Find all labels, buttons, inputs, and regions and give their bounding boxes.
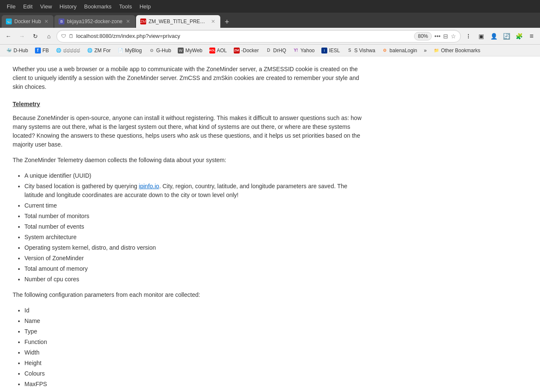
tab-docker-hub[interactable]: 🐳 Docker Hub ✕ xyxy=(2,15,53,28)
menu-view[interactable]: View xyxy=(37,2,55,11)
sidebar-button[interactable]: ▣ xyxy=(475,30,487,42)
tab-bkjaya[interactable]: B bkjaya1952-docker-zone ✕ xyxy=(54,15,135,28)
tab-title-zm: ZM_WEB_TITLE_PREFIX xyxy=(149,19,208,24)
bookmark-favicon-zmfor: 🌐 xyxy=(87,48,93,53)
bookmark-label-fb: FB xyxy=(43,48,49,53)
address-bar-container: 🛡 🗒 80% ••• ⊟ ☆ xyxy=(56,30,461,43)
ipinfo-link[interactable]: ipinfo.io xyxy=(139,183,159,189)
bookmark-favicon-balena: ⚙ xyxy=(382,48,388,53)
page-icon: 🗒 xyxy=(69,33,74,39)
bookmark-label-yahoo: Yahoo xyxy=(300,48,315,53)
new-tab-button[interactable]: + xyxy=(221,16,233,28)
config-list: Id Name Type Function Width Height Colou… xyxy=(24,306,366,392)
bookmark-favicon-myweb: W xyxy=(178,48,184,53)
bookmark-iesl[interactable]: I IESL xyxy=(319,47,342,54)
more-actions-icon[interactable]: ••• xyxy=(434,33,441,40)
bookmark-svishwa[interactable]: S S Vishwa xyxy=(344,47,378,54)
bookmark-favicon-ghub: ⊙ xyxy=(149,48,155,53)
bookmark-ghub[interactable]: ⊙ G-Hub xyxy=(146,47,174,54)
home-button[interactable]: ⌂ xyxy=(43,30,55,42)
bookmark-myweb[interactable]: W MyWeb xyxy=(175,47,205,54)
back-button[interactable]: ← xyxy=(3,30,14,42)
telemetry-paragraph: Because ZoneMinder is open-source, anyon… xyxy=(13,114,366,149)
list-item-uuid: A unique identifier (UUID) xyxy=(24,171,366,180)
reader-mode-icon[interactable]: ⊟ xyxy=(443,33,448,40)
list-item-events: Total number of events xyxy=(24,222,366,231)
bookmark-d-hub[interactable]: 🐳 D-Hub xyxy=(3,47,31,54)
menu-file[interactable]: File xyxy=(3,2,19,11)
bookmark-fb[interactable]: f FB xyxy=(32,47,51,54)
tab-close-docker[interactable]: ✕ xyxy=(43,19,49,24)
list-item-height: Height xyxy=(24,359,366,368)
list-item-function: Function xyxy=(24,338,366,347)
bookmark-label-zmfor: ZM For xyxy=(94,48,111,53)
navigation-bar: ← → ↻ ⌂ 🛡 🗒 80% ••• ⊟ ☆ ⫶ ▣ 👤 🔄 🧩 ≡ xyxy=(0,28,540,45)
bookmark-sinhala[interactable]: 🌐 ජජජජජ xyxy=(53,47,83,54)
list-item-cpu: Number of cpu cores xyxy=(24,275,366,284)
menu-bar: File Edit View History Bookmarks Tools H… xyxy=(0,0,540,13)
zoom-badge[interactable]: 80% xyxy=(414,32,432,40)
tab-favicon-docker: 🐳 xyxy=(6,19,12,24)
menu-bookmarks[interactable]: Bookmarks xyxy=(81,2,115,11)
extensions-button[interactable]: 🧩 xyxy=(513,30,525,42)
list-item-arch: System architecture xyxy=(24,233,366,242)
bookmark-yahoo[interactable]: Y! Yahoo xyxy=(290,47,317,54)
menu-help[interactable]: Help xyxy=(136,2,154,11)
address-input[interactable] xyxy=(76,33,412,39)
list-item-maxfps: MaxFPS xyxy=(24,380,366,389)
tab-zm[interactable]: ZM ZM_WEB_TITLE_PREFIX ✕ xyxy=(136,15,220,28)
bookmark-star-icon[interactable]: ☆ xyxy=(451,33,456,40)
library-button[interactable]: ⫶ xyxy=(462,30,474,42)
bookmark-aol[interactable]: AOL AOL xyxy=(207,47,230,54)
bookmark-drhq[interactable]: D DrHQ xyxy=(263,47,289,54)
bookmark-myblog[interactable]: 📄 MyBlog xyxy=(115,47,144,54)
bookmark-label-sinhala: ජජජජජ xyxy=(63,48,80,53)
reload-button[interactable]: ↻ xyxy=(29,30,41,42)
daemon-list: A unique identifier (UUID) City based lo… xyxy=(24,171,366,284)
daemon-intro: The ZoneMinder Telemetry daemon collects… xyxy=(13,156,366,165)
bookmark-favicon-svishwa: S xyxy=(347,48,353,53)
tab-bar: 🐳 Docker Hub ✕ B bkjaya1952-docker-zone … xyxy=(0,13,540,28)
tab-close-zm[interactable]: ✕ xyxy=(210,19,216,24)
bookmark-label-aol: AOL xyxy=(217,48,227,53)
bookmark-label-iesl: IESL xyxy=(329,48,340,53)
list-item-os: Operating system kernel, distro, and dis… xyxy=(24,243,366,252)
bookmark-label-dhub: D-Hub xyxy=(13,48,28,53)
list-item-location: City based location is gathered by query… xyxy=(24,182,366,200)
list-item-monitors: Total number of monitors xyxy=(24,212,366,221)
bookmark-balena[interactable]: ⚙ balenaLogin xyxy=(380,47,420,54)
sync-button[interactable]: 🔄 xyxy=(500,30,512,42)
bookmark-zm-docker[interactable]: ZM -Docker xyxy=(231,47,262,54)
bookmark-label-myblog: MyBlog xyxy=(125,48,142,53)
bookmark-label-balena: balenaLogin xyxy=(390,48,417,53)
list-item-memory: Total amount of memory xyxy=(24,264,366,273)
telemetry-heading: Telemetry xyxy=(13,100,366,109)
bookmark-label-svishwa: S Vishwa xyxy=(354,48,375,53)
bookmark-favicon-fb: f xyxy=(35,48,41,53)
hamburger-menu-button[interactable]: ≡ xyxy=(526,30,537,42)
list-item-type: Type xyxy=(24,327,366,336)
list-item-alarmmaxfps: AlarmMaxFPS xyxy=(24,390,366,392)
bookmark-other[interactable]: 📁 Other Bookmarks xyxy=(431,47,483,54)
menu-edit[interactable]: Edit xyxy=(20,2,36,11)
menu-tools[interactable]: Tools xyxy=(116,2,135,11)
tab-favicon-bkjaya: B xyxy=(59,19,64,24)
list-item-version: Version of ZoneMinder xyxy=(24,254,366,263)
nav-extra-buttons: ⫶ ▣ 👤 🔄 🧩 ≡ xyxy=(462,30,537,42)
bookmark-favicon-myblog: 📄 xyxy=(118,48,123,53)
bookmark-label-other: Other Bookmarks xyxy=(441,48,480,53)
config-intro: The following configuration parameters f… xyxy=(13,291,366,299)
bookmark-favicon-zmdocker: ZM xyxy=(234,48,240,53)
bookmark-more[interactable]: » xyxy=(421,47,429,54)
forward-button[interactable]: → xyxy=(16,30,28,42)
account-button[interactable]: 👤 xyxy=(488,30,500,42)
tab-title-docker: Docker Hub xyxy=(14,19,41,24)
bookmark-zm-for[interactable]: 🌐 ZM For xyxy=(84,47,113,54)
menu-history[interactable]: History xyxy=(56,2,80,11)
tab-favicon-zm: ZM xyxy=(140,19,146,24)
tab-close-bkjaya[interactable]: ✕ xyxy=(125,19,131,24)
list-item-id: Id xyxy=(24,306,366,315)
bookmark-label-zmdocker: -Docker xyxy=(241,48,259,53)
list-item-name: Name xyxy=(24,317,366,325)
page-main-content: Whether you use a web browser or a mobil… xyxy=(0,56,379,392)
